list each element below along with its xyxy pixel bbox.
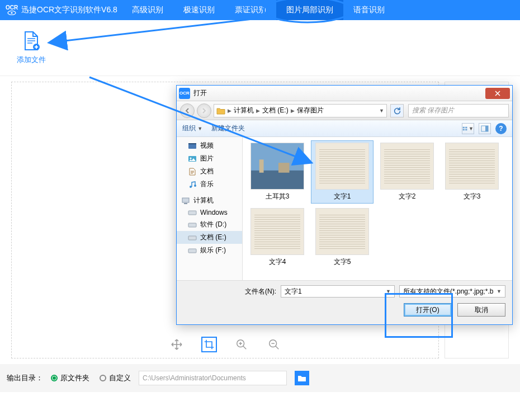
file-label: 文字3 xyxy=(464,192,481,201)
svg-rect-35 xyxy=(188,249,196,253)
tree-computer[interactable]: 计算机 xyxy=(177,194,242,207)
tab-image-region[interactable]: 图片局部识别 xyxy=(276,0,343,20)
tree-drive-e[interactable]: 文档 (E:) xyxy=(177,231,242,244)
cancel-button[interactable]: 取消 xyxy=(457,303,505,317)
tab-advanced[interactable]: 高级识别 xyxy=(122,0,173,20)
dialog-body: 视频 图片 文档 音乐 计算机 Windows 软件 (D:) 文档 (E:) … xyxy=(177,137,512,280)
dialog-titlebar[interactable]: OCR 打开 xyxy=(177,86,512,101)
breadcrumb-computer[interactable]: 计算机 xyxy=(234,106,254,115)
svg-line-12 xyxy=(243,346,246,350)
add-file-icon xyxy=(21,31,41,53)
app-logo: OCR 迅捷OCR文字识别软件V6.8 xyxy=(0,3,122,17)
radio-unchecked-icon xyxy=(100,375,106,381)
help-button[interactable]: ? xyxy=(495,123,507,134)
svg-rect-32 xyxy=(188,211,196,215)
file-item[interactable]: 文字2 xyxy=(376,140,438,204)
svg-rect-31 xyxy=(184,203,187,204)
file-thumbnail xyxy=(315,143,369,190)
tree-drive-windows[interactable]: Windows xyxy=(177,207,242,218)
filename-input[interactable]: 文字1 xyxy=(281,285,395,298)
file-item[interactable]: 文字5 xyxy=(311,206,374,269)
new-folder-button[interactable]: 新建文件夹 xyxy=(211,124,245,133)
svg-rect-34 xyxy=(188,236,196,240)
radio-checked-icon xyxy=(51,375,58,381)
footer: 输出目录： 原文件夹 自定义 C:\Users\Administrator\Do… xyxy=(0,364,520,392)
file-item[interactable]: 文字1 xyxy=(311,140,374,204)
radio-custom-label: 自定义 xyxy=(109,373,131,383)
add-file-button[interactable]: 添加文件 xyxy=(11,25,51,70)
svg-rect-36 xyxy=(251,143,304,171)
tree-drive-d[interactable]: 软件 (D:) xyxy=(177,218,242,231)
radio-original-folder[interactable]: 原文件夹 xyxy=(51,373,89,383)
output-radio-group: 原文件夹 自定义 xyxy=(51,373,131,383)
svg-line-16 xyxy=(275,346,278,350)
folder-icon xyxy=(216,107,225,115)
toolbar: 添加文件 xyxy=(0,20,520,76)
svg-rect-38 xyxy=(259,159,264,173)
file-label: 文字4 xyxy=(269,257,286,267)
tab-voice[interactable]: 语音识别 xyxy=(343,0,395,20)
file-thumbnail xyxy=(250,208,304,255)
svg-rect-21 xyxy=(465,129,467,130)
open-button[interactable]: 打开(O) xyxy=(404,303,452,317)
dialog-bottom: 文件名(N): 文字1 所有支持的文件(*.png;*.jpg;*.b 打开(O… xyxy=(177,280,512,324)
breadcrumb-folder[interactable]: 保存图片 xyxy=(297,106,324,115)
svg-rect-37 xyxy=(251,171,304,189)
file-item[interactable]: 文字3 xyxy=(441,140,503,204)
radio-original-label: 原文件夹 xyxy=(60,373,89,383)
dialog-title: 打开 xyxy=(193,88,207,98)
svg-point-27 xyxy=(190,157,192,159)
svg-rect-18 xyxy=(463,126,465,128)
browse-folder-button[interactable] xyxy=(295,371,309,385)
nav-back-button[interactable] xyxy=(180,103,195,118)
file-label: 文字1 xyxy=(334,192,351,201)
nav-forward-button[interactable] xyxy=(197,103,211,118)
svg-rect-23 xyxy=(485,126,488,131)
preview-pane-button[interactable] xyxy=(479,123,491,134)
output-path-input[interactable]: C:\Users\Administrator\Documents xyxy=(139,371,287,385)
organize-menu[interactable]: 组织 xyxy=(182,124,202,133)
top-bar: OCR 迅捷OCR文字识别软件V6.8 高级识别 极速识别 票证识别 图片局部识… xyxy=(0,0,520,20)
tab-fast[interactable]: 极速识别 xyxy=(173,0,225,20)
file-item[interactable]: 文字4 xyxy=(246,206,309,269)
svg-rect-25 xyxy=(188,143,196,144)
file-thumbnail xyxy=(250,143,304,190)
svg-point-29 xyxy=(194,185,196,187)
output-dir-label: 输出目录： xyxy=(7,373,43,383)
svg-rect-33 xyxy=(188,223,196,227)
search-input[interactable]: 搜索 保存图片 xyxy=(408,104,509,117)
refresh-button[interactable] xyxy=(390,104,404,117)
breadcrumb-dropdown-icon[interactable] xyxy=(379,108,384,114)
zoom-in-tool[interactable] xyxy=(234,337,249,352)
dialog-app-icon: OCR xyxy=(179,88,190,99)
file-label: 土耳其3 xyxy=(266,192,290,201)
filetype-select[interactable]: 所有支持的文件(*.png;*.jpg;*.b xyxy=(399,285,505,298)
tree-documents[interactable]: 文档 xyxy=(177,165,242,178)
move-tool[interactable] xyxy=(169,337,185,352)
tree-videos[interactable]: 视频 xyxy=(177,139,242,152)
folder-icon xyxy=(297,374,306,382)
crop-tool[interactable] xyxy=(201,337,217,352)
svg-rect-20 xyxy=(463,129,465,130)
tree-drive-f[interactable]: 娱乐 (F:) xyxy=(177,244,242,257)
zoom-out-tool[interactable] xyxy=(266,337,282,352)
tree-music[interactable]: 音乐 xyxy=(177,178,242,191)
tab-ticket[interactable]: 票证识别 xyxy=(225,0,276,20)
tree-pictures[interactable]: 图片 xyxy=(177,152,242,165)
add-file-label: 添加文件 xyxy=(17,55,46,65)
svg-rect-39 xyxy=(278,163,290,173)
filename-label: 文件名(N): xyxy=(245,287,276,296)
svg-rect-19 xyxy=(465,126,467,128)
view-options-button[interactable] xyxy=(462,123,474,134)
file-label: 文字5 xyxy=(334,257,351,267)
radio-custom-folder[interactable]: 自定义 xyxy=(100,373,131,383)
file-thumbnail xyxy=(315,208,369,255)
breadcrumb-drive[interactable]: 文档 (E:) xyxy=(262,106,289,115)
dialog-close-button[interactable] xyxy=(485,88,510,99)
file-item[interactable]: 土耳其3 xyxy=(246,140,309,204)
main-tabs: 高级识别 极速识别 票证识别 图片局部识别 语音识别 xyxy=(122,0,395,20)
dialog-nav: ▶ 计算机 ▶ 文档 (E:) ▶ 保存图片 搜索 保存图片 xyxy=(177,101,512,120)
svg-point-1 xyxy=(11,12,12,13)
file-thumbnail xyxy=(445,143,499,190)
breadcrumb[interactable]: ▶ 计算机 ▶ 文档 (E:) ▶ 保存图片 xyxy=(214,104,387,117)
